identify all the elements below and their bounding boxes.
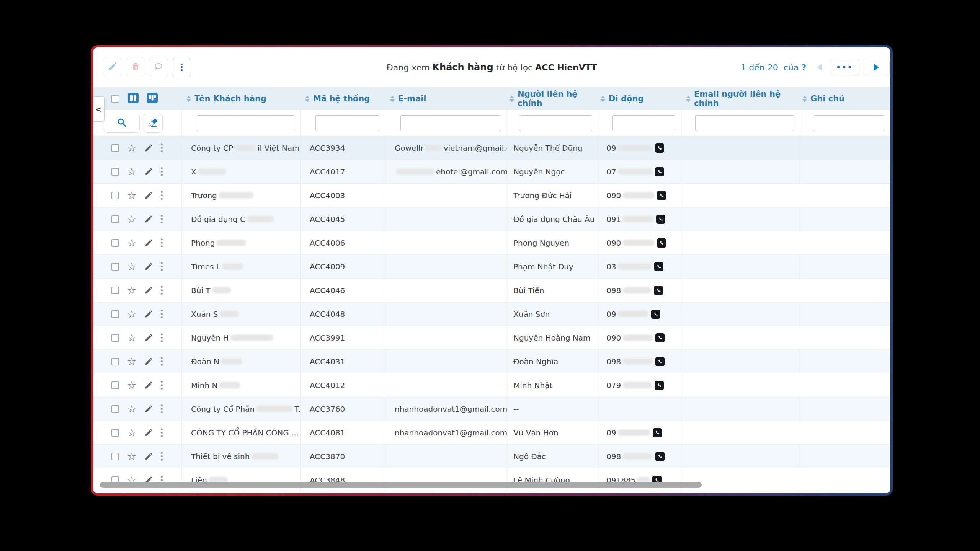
drag-handle-icon[interactable] — [161, 167, 163, 176]
star-icon[interactable]: ☆ — [127, 451, 136, 461]
more-pages-button[interactable]: ••• — [830, 59, 859, 76]
drag-handle-icon[interactable] — [161, 191, 163, 200]
table-row[interactable]: ☆ Liên ACC3848 Lê Minh Cường 091885 — [93, 468, 890, 492]
sidebar-collapse-button[interactable]: < — [93, 96, 105, 122]
row-checkbox[interactable] — [111, 263, 119, 271]
filter-input-mobile[interactable] — [612, 115, 675, 131]
star-icon[interactable]: ☆ — [127, 166, 136, 177]
edit-row-icon[interactable] — [144, 405, 153, 413]
phone-square-icon[interactable] — [651, 310, 660, 319]
row-checkbox[interactable] — [111, 405, 119, 413]
star-icon[interactable]: ☆ — [127, 238, 136, 248]
edit-row-icon[interactable] — [144, 144, 153, 152]
drag-handle-icon[interactable] — [161, 238, 163, 247]
sort-icon[interactable] — [186, 96, 191, 102]
phone-square-icon[interactable] — [655, 381, 664, 390]
star-icon[interactable]: ☆ — [127, 309, 136, 319]
edit-row-icon[interactable] — [144, 239, 153, 247]
drag-handle-icon[interactable] — [161, 215, 163, 223]
sort-icon[interactable] — [686, 96, 691, 102]
sort-icon[interactable] — [510, 96, 514, 102]
clear-search-button[interactable] — [144, 114, 163, 133]
star-icon[interactable]: ☆ — [127, 261, 136, 272]
table-row[interactable]: ☆ Times L ACC4009 Phạm Nhật Duy 03 — [93, 255, 890, 279]
star-icon[interactable]: ☆ — [127, 356, 136, 367]
filter-input-name[interactable] — [197, 115, 294, 131]
filter-input-code[interactable] — [315, 115, 379, 131]
row-checkbox[interactable] — [111, 381, 119, 389]
table-row[interactable]: ☆ Đồ gia dụng C ACC4045 Đồ gia dụng Châu… — [93, 207, 890, 231]
drag-handle-icon[interactable] — [161, 143, 163, 152]
table-row[interactable]: ☆ Công ty Cổ PhầnT.. ACC3760 nhanhoadonv… — [93, 397, 890, 421]
star-icon[interactable]: ☆ — [127, 214, 136, 224]
phone-square-icon[interactable] — [653, 428, 662, 437]
star-icon[interactable]: ☆ — [127, 285, 136, 295]
row-checkbox[interactable] — [111, 215, 119, 223]
column-header-contact-email[interactable]: Email người liên hệ chính — [681, 87, 800, 110]
star-icon[interactable]: ☆ — [127, 333, 136, 343]
row-checkbox[interactable] — [111, 453, 119, 460]
phone-square-icon[interactable] — [655, 452, 665, 461]
table-row[interactable]: ☆ Xuân S ACC4048 Xuân Sơn 09 — [93, 302, 890, 326]
table-row[interactable]: ☆ Nguyễn H ACC3991 Nguyễn Hoàng Nam 090 — [93, 326, 890, 350]
drag-handle-icon[interactable] — [161, 404, 163, 413]
search-button[interactable] — [104, 114, 140, 133]
edit-row-icon[interactable] — [144, 381, 153, 390]
row-checkbox[interactable] — [111, 287, 119, 294]
row-checkbox[interactable] — [111, 429, 119, 437]
edit-row-icon[interactable] — [144, 310, 153, 318]
columns-view-icon[interactable] — [128, 93, 139, 105]
star-icon[interactable]: ☆ — [127, 380, 136, 390]
edit-row-icon[interactable] — [144, 262, 153, 271]
filter-input-note[interactable] — [814, 115, 884, 131]
drag-handle-icon[interactable] — [161, 310, 163, 318]
phone-square-icon[interactable] — [657, 191, 666, 200]
edit-row-icon[interactable] — [144, 429, 153, 437]
column-header-code[interactable]: Mã hệ thống — [301, 87, 385, 110]
filter-input-contact[interactable] — [519, 115, 592, 131]
phone-square-icon[interactable] — [655, 357, 665, 366]
star-icon[interactable]: ☆ — [127, 143, 136, 153]
drag-handle-icon[interactable] — [161, 381, 163, 390]
star-icon[interactable]: ☆ — [127, 190, 136, 201]
column-header-email[interactable]: E-mail — [385, 87, 507, 110]
drag-handle-icon[interactable] — [161, 333, 163, 342]
column-header-mobile[interactable]: Di động — [598, 87, 681, 110]
phone-square-icon[interactable] — [654, 286, 663, 295]
row-checkbox[interactable] — [111, 334, 119, 342]
table-row[interactable]: ☆ Công ty CPil Việt Nam ACC3934 Gowellrv… — [93, 136, 890, 160]
table-row[interactable]: ☆ Bùi T ACC4046 Bùi Tiến 098 — [93, 279, 890, 302]
next-page-button[interactable] — [863, 59, 890, 76]
column-header-contact[interactable]: Người liên hệ chính — [507, 87, 598, 110]
table-row[interactable]: ☆ X ACC4017 ehotel@gmail.com Nguyễn Ngọc… — [93, 160, 890, 184]
edit-row-icon[interactable] — [144, 452, 153, 461]
kanban-view-icon[interactable] — [147, 93, 158, 105]
star-icon[interactable]: ☆ — [127, 427, 136, 438]
phone-square-icon[interactable] — [655, 333, 665, 342]
table-row[interactable]: ☆ Đoàn N ACC4031 Đoàn Nghĩa 098 — [93, 350, 890, 373]
horizontal-scrollbar-thumb[interactable] — [100, 482, 702, 488]
filter-input-contact-email[interactable] — [695, 115, 794, 131]
sort-icon[interactable] — [601, 96, 605, 102]
phone-square-icon[interactable] — [657, 238, 666, 248]
phone-square-icon[interactable] — [655, 167, 664, 176]
select-all-checkbox[interactable] — [111, 95, 119, 103]
column-header-name[interactable]: Tên Khách hàng — [182, 87, 301, 110]
row-checkbox[interactable] — [111, 144, 119, 152]
edit-row-icon[interactable] — [144, 191, 153, 200]
table-row[interactable]: ☆ Thiết bị vệ sinh ACC3870 Ngô Đắc 098 — [93, 445, 890, 468]
phone-square-icon[interactable] — [654, 262, 663, 271]
drag-handle-icon[interactable] — [161, 452, 163, 461]
edit-row-icon[interactable] — [144, 286, 153, 295]
edit-row-icon[interactable] — [144, 215, 153, 223]
row-checkbox[interactable] — [111, 168, 119, 176]
edit-row-icon[interactable] — [144, 168, 153, 176]
phone-square-icon[interactable] — [655, 143, 664, 153]
row-checkbox[interactable] — [111, 310, 119, 318]
row-checkbox[interactable] — [111, 192, 119, 199]
table-row[interactable]: ☆ CÔNG TY CỔ PHẦN CÔNG ... ACC4081 nhanh… — [93, 421, 890, 445]
table-row[interactable]: ☆ Minh N ACC4012 Minh Nhật 079 — [93, 373, 890, 397]
sort-icon[interactable] — [390, 96, 395, 102]
drag-handle-icon[interactable] — [161, 357, 163, 366]
column-header-note[interactable]: Ghi chú — [800, 87, 890, 110]
